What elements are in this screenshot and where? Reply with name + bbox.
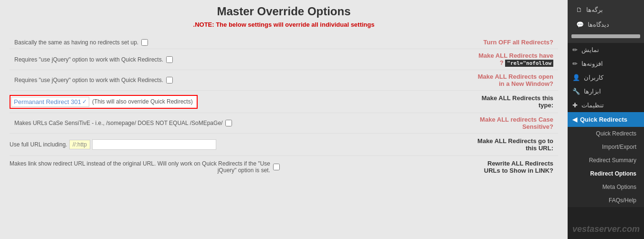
edit-icon: ✏	[572, 46, 578, 53]
sidebar-active-quick-redirects[interactable]: Quick Redirects ◀	[568, 112, 644, 127]
rewrite-desc: Makes link show redirect URL instead of …	[10, 160, 270, 174]
settings-icon: ✚	[572, 102, 578, 109]
rewrite-left: Makes link show redirect URL instead of …	[10, 160, 282, 174]
option-description-turn-off: .Basically the same as having no redirec…	[10, 39, 284, 46]
sub-item-faqs[interactable]: FAQs/Help	[568, 194, 644, 207]
sidebar-top: برگه‌ها 🗋 دیدگاه‌ها 💬	[568, 0, 644, 43]
sub-item-redirect-options[interactable]: Redirect Options	[568, 167, 644, 180]
url-input[interactable]	[92, 139, 216, 150]
option-row-new-window: .Requires "use jQuery" option to work wi…	[10, 70, 558, 91]
option-label-turn-off: ?Turn OFF all Redirects	[284, 39, 559, 46]
option-label-go-to-url: Make ALL Redirects go to :this URL	[282, 137, 559, 152]
option-row-go-to-url: http:// .Use full URL including Make ALL…	[10, 134, 558, 156]
option-label-rewrite-urls: Rewrite ALL Redirects ?URLs to Show in L…	[282, 160, 559, 174]
sidebar-item-label: نمایش	[581, 46, 599, 53]
sidebar-item-bergeha[interactable]: برگه‌ها 🗋	[571, 3, 640, 17]
comment-icon: 💬	[576, 21, 584, 28]
option-label-case-sensitive: Make ALL redirects Case ?Sensitive	[284, 116, 559, 130]
user-icon: 👤	[572, 74, 580, 81]
sidebar-item-namaish[interactable]: نمایش ✏	[568, 43, 644, 57]
case-sensitive-checkbox[interactable]	[225, 120, 232, 126]
option-description-case-sensitive: /Makes URLs CaSe SensiTivE - i.e., /some…	[10, 120, 284, 126]
nofollow-badge: rel="nofollow"	[505, 60, 553, 67]
turn-off-checkbox[interactable]	[141, 39, 148, 46]
sidebar-item-label: دیدگاه‌ها	[588, 21, 609, 28]
rewrite-checkbox[interactable]	[273, 164, 280, 170]
page-icon: 🗋	[576, 6, 582, 13]
sidebar-item-label: تنظیمات	[581, 102, 604, 109]
nofollow-desc: .Requires "use jQuery" option to work wi…	[14, 56, 163, 63]
nofollow-checkbox[interactable]	[166, 56, 173, 63]
sidebar-item-label: کاربران	[584, 74, 603, 81]
sub-item-import-export[interactable]: Import/Export	[568, 140, 644, 154]
plugin-icon: ✏	[572, 60, 578, 67]
sidebar-item-label: برگه‌ها	[586, 6, 603, 13]
sidebar-item-afzoneha[interactable]: افزونه‌ها ✏	[568, 57, 644, 71]
sidebar-item-karbaran[interactable]: کاربران 👤	[568, 71, 644, 84]
turn-off-desc: .Basically the same as having no redirec…	[14, 39, 138, 46]
new-window-checkbox[interactable]	[166, 77, 173, 83]
sub-item-meta-options[interactable]: Meta Options	[568, 180, 644, 194]
sub-item-quick-redirects[interactable]: Quick Redirects	[568, 127, 644, 140]
active-section-label: Quick Redirects	[580, 116, 627, 123]
redirect-type-left: (This will also override Quick Redirects…	[10, 95, 282, 109]
main-content: Master Override Options .NOTE: The below…	[0, 0, 568, 239]
sidebar-sub-menu: Quick Redirects Import/Export Redirect S…	[568, 127, 644, 207]
option-label-new-window: Make ALL Redirects open ?in a New Window	[284, 73, 559, 87]
case-sensitive-desc: /Makes URLs CaSe SensiTivE - i.e., /some…	[14, 120, 222, 126]
option-row-nofollow: .Requires "use jQuery" option to work wi…	[10, 49, 558, 70]
url-left: http:// .Use full URL including	[10, 139, 282, 150]
chevron-down-icon: ✓	[82, 98, 87, 105]
progress-bar	[571, 34, 640, 38]
option-row-turn-off: .Basically the same as having no redirec…	[10, 36, 558, 49]
page-title: Master Override Options	[10, 5, 558, 18]
redirect-override-desc: (This will also override Quick Redirects…	[89, 97, 196, 106]
sidebar: برگه‌ها 🗋 دیدگاه‌ها 💬 نمایش ✏ افزونه‌ها …	[568, 0, 644, 239]
override-note: .NOTE: The below settings will override …	[10, 21, 558, 28]
tools-icon: 🔧	[572, 88, 580, 95]
url-desc: .Use full URL including	[10, 141, 67, 148]
redirect-select-label: Permanant Redirect 301	[14, 98, 81, 105]
watermark: vestaserver.com	[568, 219, 644, 239]
option-description-new-window: .Requires "use jQuery" option to work wi…	[10, 77, 284, 83]
option-description-nofollow: .Requires "use jQuery" option to work wi…	[10, 56, 284, 63]
sidebar-item-abzarha[interactable]: ابزارها 🔧	[568, 84, 644, 98]
option-row-redirect-type: (This will also override Quick Redirects…	[10, 91, 558, 113]
redirect-box: (This will also override Quick Redirects…	[10, 95, 198, 109]
sidebar-item-didgaha[interactable]: دیدگاه‌ها 💬	[571, 18, 640, 31]
sidebar-item-label: ابزارها	[584, 88, 601, 95]
arrow-icon: ◀	[572, 116, 577, 123]
sidebar-item-label: افزونه‌ها	[581, 60, 603, 67]
redirect-select-wrapper[interactable]: ✓ Permanant Redirect 301	[11, 97, 89, 107]
option-row-case-sensitive: /Makes URLs CaSe SensiTivE - i.e., /some…	[10, 113, 558, 134]
url-prefix: http://	[69, 140, 90, 149]
option-row-rewrite-urls: Makes link show redirect URL instead of …	[10, 156, 558, 178]
option-label-nofollow: Make ALL Redirects have rel="nofollow" ?	[284, 52, 559, 67]
option-label-redirect-type: Make ALL Redirects this :type	[282, 94, 559, 109]
new-window-desc: .Requires "use jQuery" option to work wi…	[14, 77, 163, 83]
sub-item-redirect-summary[interactable]: Redirect Summary	[568, 154, 644, 167]
sidebar-item-tanzimaat[interactable]: تنظیمات ✚	[568, 98, 644, 112]
